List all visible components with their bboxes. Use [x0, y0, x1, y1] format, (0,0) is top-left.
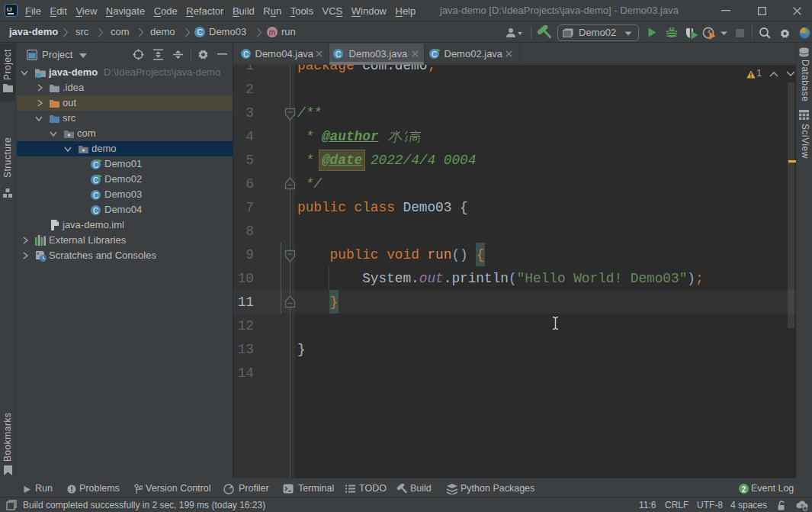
svg-text:2: 2 — [742, 485, 746, 494]
svg-text:C: C — [93, 176, 98, 185]
svg-text:m: m — [269, 28, 275, 37]
svg-text:C: C — [93, 192, 98, 200]
svg-text:C: C — [93, 161, 98, 169]
svg-text:C: C — [335, 50, 341, 59]
svg-text:C: C — [432, 50, 437, 59]
svg-text:C: C — [93, 207, 98, 215]
svg-text:C: C — [243, 50, 249, 59]
svg-text:C: C — [197, 28, 202, 37]
